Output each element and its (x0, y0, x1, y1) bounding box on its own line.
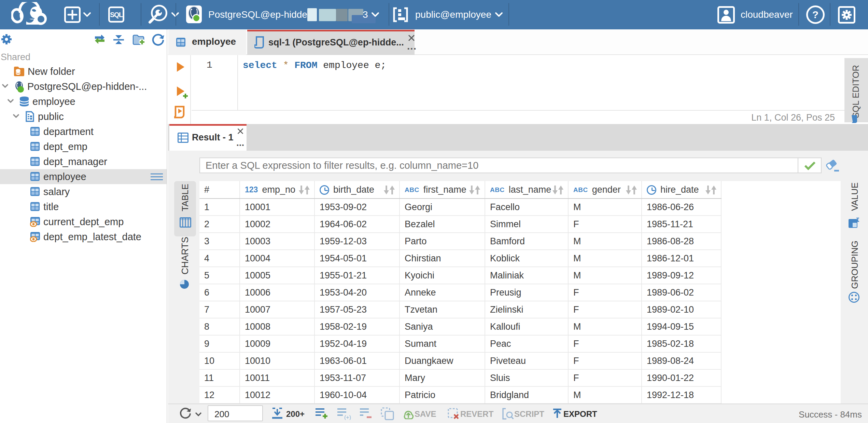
svg-text:?: ? (812, 9, 818, 20)
svg-text:SQL: SQL (110, 11, 123, 18)
svg-text:(+): (+) (344, 414, 351, 420)
